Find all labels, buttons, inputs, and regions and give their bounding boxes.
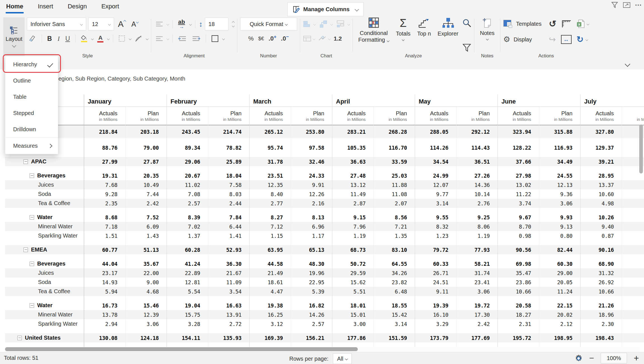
horizontal-scrollbar[interactable] [5, 347, 358, 351]
explorer-button[interactable]: Explorer [435, 17, 461, 56]
decrease-indent-icon[interactable] [176, 36, 188, 42]
table-row[interactable]: Sparkling Water2.943.063.282.723.122.573… [5, 319, 644, 328]
export-excel-button[interactable]: x [576, 19, 589, 28]
increase-indent-icon[interactable] [190, 36, 202, 42]
table-row[interactable]: Mineral Water13.7812.3915.7513.9116.2514… [5, 310, 644, 319]
vertical-scrollbar[interactable] [639, 125, 643, 173]
chevron-down-icon[interactable] [328, 37, 331, 40]
format-painter-icon[interactable] [27, 35, 38, 43]
menu-item-hierarchy[interactable]: Hierarchy [5, 56, 58, 72]
chevron-down-icon[interactable] [129, 37, 132, 40]
top-n-button[interactable]: Top n [415, 17, 434, 56]
table-row[interactable]: 218.84203.18243.45214.74265.12253.80283.… [5, 125, 644, 138]
collapse-icon[interactable] [30, 215, 34, 220]
italic-button[interactable]: I [56, 35, 61, 43]
table-row[interactable]: Soda9.287.447.088.038.4012.2611.4911.089… [5, 189, 644, 199]
chevron-down-icon[interactable] [167, 37, 169, 40]
table-row[interactable]: United States130.08124.18154.11135.93169… [5, 333, 644, 342]
redo-button[interactable]: ↪ [549, 35, 556, 44]
layout-button[interactable]: Layout [3, 17, 25, 56]
hierarchy-chart-type-icon[interactable] [319, 20, 328, 28]
layout-chart-type-icon[interactable] [337, 20, 345, 28]
chevron-down-icon[interactable] [313, 23, 316, 25]
tab-home[interactable]: Home [6, 3, 23, 13]
chevron-down-icon[interactable] [107, 37, 110, 40]
collapse-icon[interactable] [30, 173, 34, 178]
collapse-icon[interactable] [30, 303, 34, 308]
decrease-decimal-button[interactable]: .0− [281, 35, 289, 42]
chevron-down-icon[interactable] [189, 23, 192, 25]
collapse-icon[interactable] [23, 159, 28, 164]
search-icon[interactable] [462, 18, 471, 27]
decrease-font-size-button[interactable]: A [130, 20, 140, 28]
refresh-button[interactable]: ↻ [577, 35, 588, 44]
row-height-stepper[interactable] [232, 22, 234, 27]
cell-border-icon[interactable] [210, 35, 220, 42]
menu-item-stepped[interactable]: Stepped [5, 105, 58, 121]
tab-export[interactable]: Export [101, 3, 119, 13]
menu-item-measures[interactable]: Measures [5, 138, 58, 154]
horizontal-align-icon[interactable] [154, 21, 165, 27]
table-row[interactable]: APAC27.9927.8729.0625.8931.7832.4636.633… [5, 157, 644, 166]
collapse-ribbon-icon[interactable] [625, 61, 630, 67]
menu-item-table[interactable]: Table [5, 89, 58, 105]
table-chart-icon[interactable] [303, 36, 311, 42]
chevron-down-icon[interactable] [312, 37, 315, 40]
manage-columns-button[interactable]: Manage Columns [287, 2, 364, 16]
wrap-text-button[interactable]: ab → [176, 20, 187, 28]
fit-width-button[interactable]: ↔ [561, 35, 572, 44]
bold-button[interactable]: B [46, 35, 54, 43]
more-options-icon[interactable]: ··· [635, 1, 642, 9]
percent-format-button[interactable]: % [248, 35, 254, 42]
collapse-icon[interactable] [30, 262, 34, 266]
number-precision-button[interactable]: 1.2 [334, 35, 342, 42]
table-row[interactable]: Juices7.6810.4911.027.5812.359.9113.1211… [5, 180, 644, 189]
currency-format-button[interactable]: $€ [258, 36, 264, 42]
borders-button[interactable] [117, 35, 127, 42]
table-row[interactable]: Beverages19.3120.3520.6718.0423.5124.332… [5, 171, 644, 180]
collapse-icon[interactable] [17, 336, 22, 340]
underline-button[interactable]: U [64, 35, 72, 43]
zoom-out-button[interactable]: − [589, 353, 594, 363]
vertical-align-icon[interactable] [154, 36, 165, 41]
menu-item-drilldown[interactable]: Drilldown [5, 121, 58, 137]
ruler-icon[interactable] [561, 20, 571, 28]
settings-gear-icon[interactable]: ⚙ [575, 354, 583, 362]
fill-color-button[interactable] [79, 35, 89, 42]
increase-font-size-button[interactable]: A [116, 19, 127, 29]
row-height-input[interactable]: 18 [205, 18, 228, 30]
tab-insert[interactable]: Insert [38, 3, 53, 13]
table-row[interactable]: Tea & Coffee5.944.685.543.544.475.395.51… [5, 287, 644, 296]
table-row[interactable]: Soda14.939.0012.8111.0918.6122.9515.6223… [5, 278, 644, 287]
chevron-down-icon[interactable] [91, 37, 94, 40]
undo-button[interactable]: ↺ [549, 19, 556, 28]
chevron-down-icon[interactable] [330, 23, 333, 25]
quick-format-button[interactable]: Quick Format [240, 18, 297, 30]
totals-button[interactable]: Σ Totals [393, 17, 413, 56]
table-row[interactable]: Water16.7315.4619.0416.6319.3816.8218.01… [5, 301, 644, 310]
expand-icon[interactable] [623, 2, 631, 8]
clear-border-button[interactable] [133, 35, 144, 42]
chevron-down-icon[interactable] [146, 37, 149, 40]
sparkline-icon[interactable] [318, 36, 327, 42]
increase-decimal-button[interactable]: .0+ [269, 35, 276, 42]
filter-icon[interactable] [462, 44, 471, 52]
collapse-icon[interactable] [23, 248, 28, 252]
table-row[interactable]: Tea & Coffee2.352.422.572.442.772.162.87… [5, 199, 644, 208]
tab-design[interactable]: Design [68, 3, 87, 13]
font-name-select[interactable]: Inforiver Sans [27, 18, 86, 30]
chevron-down-icon[interactable] [167, 23, 169, 25]
chevron-down-icon[interactable] [222, 37, 225, 40]
table-row[interactable]: EMEA60.7751.1360.2852.9363.9565.1368.738… [5, 245, 644, 254]
filter-icon[interactable] [611, 1, 618, 9]
font-size-select[interactable]: 12 [88, 18, 114, 30]
notes-button[interactable]: Notes [477, 17, 497, 50]
zoom-in-button[interactable]: + [634, 353, 639, 363]
table-row[interactable]: Sparkling Water1.511.431.371.411.151.171… [5, 231, 644, 240]
chevron-down-icon[interactable] [347, 23, 350, 25]
templates-button[interactable]: Templates [503, 17, 541, 30]
menu-item-outline[interactable]: Outline [5, 72, 58, 89]
bar-chart-type-icon[interactable] [303, 20, 311, 28]
table-row[interactable]: 88.7679.0089.3478.8295.7497.58105.35116.… [5, 143, 644, 152]
display-button[interactable]: ⚙ Display [503, 33, 541, 46]
